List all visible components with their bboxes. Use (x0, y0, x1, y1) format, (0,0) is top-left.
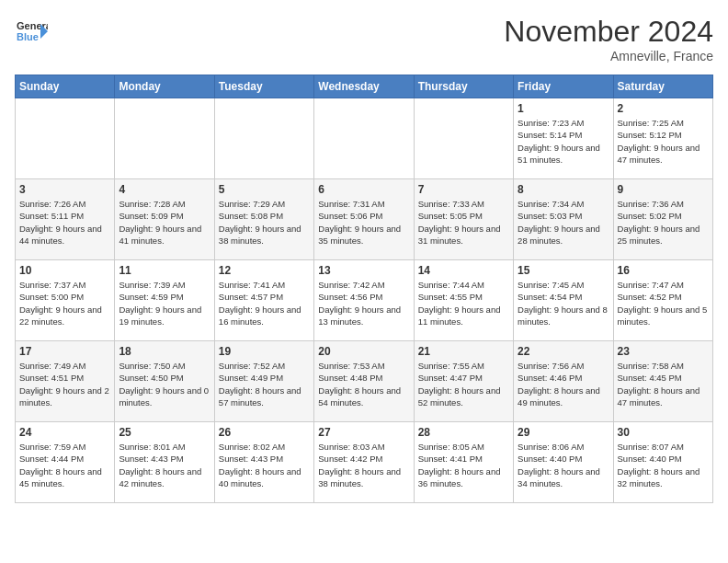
day-info: Sunrise: 7:58 AM Sunset: 4:45 PM Dayligh… (618, 360, 709, 408)
calendar-cell (414, 98, 513, 179)
day-info: Sunrise: 7:39 AM Sunset: 4:59 PM Dayligh… (119, 279, 210, 327)
day-number: 10 (19, 264, 110, 277)
weekday-header: Tuesday (214, 75, 313, 98)
day-number: 2 (618, 102, 709, 115)
calendar-cell: 19Sunrise: 7:52 AM Sunset: 4:49 PM Dayli… (214, 341, 313, 422)
calendar-cell: 9Sunrise: 7:36 AM Sunset: 5:02 PM Daylig… (613, 179, 712, 260)
calendar-cell: 5Sunrise: 7:29 AM Sunset: 5:08 PM Daylig… (214, 179, 313, 260)
weekday-header: Saturday (613, 75, 712, 98)
day-info: Sunrise: 7:26 AM Sunset: 5:11 PM Dayligh… (19, 198, 110, 247)
calendar-week-row: 17Sunrise: 7:49 AM Sunset: 4:51 PM Dayli… (16, 341, 713, 422)
day-info: Sunrise: 8:05 AM Sunset: 4:41 PM Dayligh… (418, 441, 509, 489)
day-info: Sunrise: 8:03 AM Sunset: 4:42 PM Dayligh… (318, 441, 409, 489)
day-info: Sunrise: 7:28 AM Sunset: 5:09 PM Dayligh… (119, 198, 210, 247)
day-info: Sunrise: 7:59 AM Sunset: 4:44 PM Dayligh… (19, 441, 110, 489)
calendar-cell: 26Sunrise: 8:02 AM Sunset: 4:43 PM Dayli… (214, 422, 313, 503)
calendar-cell: 21Sunrise: 7:55 AM Sunset: 4:47 PM Dayli… (414, 341, 513, 422)
calendar-cell: 2Sunrise: 7:25 AM Sunset: 5:12 PM Daylig… (613, 98, 712, 179)
day-number: 23 (618, 345, 709, 358)
calendar-cell: 14Sunrise: 7:44 AM Sunset: 4:55 PM Dayli… (414, 260, 513, 341)
day-number: 15 (518, 264, 609, 277)
day-number: 19 (219, 345, 310, 358)
day-info: Sunrise: 7:50 AM Sunset: 4:50 PM Dayligh… (119, 360, 210, 408)
day-info: Sunrise: 8:07 AM Sunset: 4:40 PM Dayligh… (618, 441, 709, 489)
calendar-cell: 13Sunrise: 7:42 AM Sunset: 4:56 PM Dayli… (314, 260, 414, 341)
day-number: 16 (618, 264, 709, 277)
calendar-cell (214, 98, 313, 179)
day-number: 22 (518, 345, 609, 358)
calendar-week-row: 10Sunrise: 7:37 AM Sunset: 5:00 PM Dayli… (16, 260, 713, 341)
calendar-week-row: 24Sunrise: 7:59 AM Sunset: 4:44 PM Dayli… (16, 422, 713, 503)
calendar-cell: 27Sunrise: 8:03 AM Sunset: 4:42 PM Dayli… (314, 422, 414, 503)
day-number: 7 (418, 183, 509, 196)
day-info: Sunrise: 7:25 AM Sunset: 5:12 PM Dayligh… (618, 117, 709, 166)
day-number: 13 (318, 264, 409, 277)
day-number: 29 (518, 426, 609, 439)
calendar-cell: 8Sunrise: 7:34 AM Sunset: 5:03 PM Daylig… (514, 179, 613, 260)
day-info: Sunrise: 7:49 AM Sunset: 4:51 PM Dayligh… (19, 360, 110, 408)
page: General Blue November 2024 Amneville, Fr… (0, 0, 728, 518)
day-number: 3 (19, 183, 110, 196)
day-info: Sunrise: 7:47 AM Sunset: 4:52 PM Dayligh… (618, 279, 709, 327)
weekday-header-row: SundayMondayTuesdayWednesdayThursdayFrid… (16, 75, 713, 98)
calendar-cell: 12Sunrise: 7:41 AM Sunset: 4:57 PM Dayli… (214, 260, 313, 341)
day-info: Sunrise: 7:37 AM Sunset: 5:00 PM Dayligh… (19, 279, 110, 327)
calendar-cell: 17Sunrise: 7:49 AM Sunset: 4:51 PM Dayli… (16, 341, 115, 422)
day-number: 18 (119, 345, 210, 358)
weekday-header: Thursday (414, 75, 513, 98)
day-info: Sunrise: 7:52 AM Sunset: 4:49 PM Dayligh… (219, 360, 310, 408)
location: Amneville, France (504, 49, 713, 63)
calendar-cell: 24Sunrise: 7:59 AM Sunset: 4:44 PM Dayli… (16, 422, 115, 503)
day-number: 6 (318, 183, 409, 196)
day-info: Sunrise: 7:45 AM Sunset: 4:54 PM Dayligh… (518, 279, 609, 327)
calendar-cell: 25Sunrise: 8:01 AM Sunset: 4:43 PM Dayli… (115, 422, 214, 503)
weekday-header: Friday (514, 75, 613, 98)
day-number: 25 (119, 426, 210, 439)
day-number: 24 (19, 426, 110, 439)
day-info: Sunrise: 7:33 AM Sunset: 5:05 PM Dayligh… (418, 198, 509, 247)
calendar-week-row: 3Sunrise: 7:26 AM Sunset: 5:11 PM Daylig… (16, 179, 713, 260)
calendar-cell: 28Sunrise: 8:05 AM Sunset: 4:41 PM Dayli… (414, 422, 513, 503)
title-block: November 2024 Amneville, France (504, 15, 713, 63)
calendar-cell: 4Sunrise: 7:28 AM Sunset: 5:09 PM Daylig… (115, 179, 214, 260)
day-info: Sunrise: 7:36 AM Sunset: 5:02 PM Dayligh… (618, 198, 709, 247)
day-info: Sunrise: 7:42 AM Sunset: 4:56 PM Dayligh… (318, 279, 409, 327)
day-info: Sunrise: 8:06 AM Sunset: 4:40 PM Dayligh… (518, 441, 609, 489)
day-number: 20 (318, 345, 409, 358)
header: General Blue November 2024 Amneville, Fr… (15, 15, 713, 63)
calendar-cell (16, 98, 115, 179)
calendar-cell (314, 98, 414, 179)
calendar-cell (115, 98, 214, 179)
day-info: Sunrise: 7:56 AM Sunset: 4:46 PM Dayligh… (518, 360, 609, 408)
month-title: November 2024 (504, 15, 713, 49)
day-info: Sunrise: 7:29 AM Sunset: 5:08 PM Dayligh… (219, 198, 310, 247)
day-number: 12 (219, 264, 310, 277)
day-number: 17 (19, 345, 110, 358)
day-info: Sunrise: 8:02 AM Sunset: 4:43 PM Dayligh… (219, 441, 310, 489)
day-number: 26 (219, 426, 310, 439)
calendar-cell: 11Sunrise: 7:39 AM Sunset: 4:59 PM Dayli… (115, 260, 214, 341)
day-number: 28 (418, 426, 509, 439)
day-number: 4 (119, 183, 210, 196)
day-number: 5 (219, 183, 310, 196)
calendar-table: SundayMondayTuesdayWednesdayThursdayFrid… (15, 75, 713, 503)
day-info: Sunrise: 7:44 AM Sunset: 4:55 PM Dayligh… (418, 279, 509, 327)
day-number: 14 (418, 264, 509, 277)
calendar-cell: 29Sunrise: 8:06 AM Sunset: 4:40 PM Dayli… (514, 422, 613, 503)
day-info: Sunrise: 7:41 AM Sunset: 4:57 PM Dayligh… (219, 279, 310, 327)
calendar-cell: 3Sunrise: 7:26 AM Sunset: 5:11 PM Daylig… (16, 179, 115, 260)
day-info: Sunrise: 7:34 AM Sunset: 5:03 PM Dayligh… (518, 198, 609, 247)
svg-text:Blue: Blue (17, 31, 39, 42)
calendar-cell: 20Sunrise: 7:53 AM Sunset: 4:48 PM Dayli… (314, 341, 414, 422)
calendar-cell: 23Sunrise: 7:58 AM Sunset: 4:45 PM Dayli… (613, 341, 712, 422)
weekday-header: Sunday (16, 75, 115, 98)
day-number: 27 (318, 426, 409, 439)
calendar-cell: 16Sunrise: 7:47 AM Sunset: 4:52 PM Dayli… (613, 260, 712, 341)
calendar-cell: 22Sunrise: 7:56 AM Sunset: 4:46 PM Dayli… (514, 341, 613, 422)
day-info: Sunrise: 8:01 AM Sunset: 4:43 PM Dayligh… (119, 441, 210, 489)
day-number: 1 (518, 102, 609, 115)
day-number: 11 (119, 264, 210, 277)
logo: General Blue (15, 15, 51, 52)
calendar-cell: 1Sunrise: 7:23 AM Sunset: 5:14 PM Daylig… (514, 98, 613, 179)
day-info: Sunrise: 7:55 AM Sunset: 4:47 PM Dayligh… (418, 360, 509, 408)
